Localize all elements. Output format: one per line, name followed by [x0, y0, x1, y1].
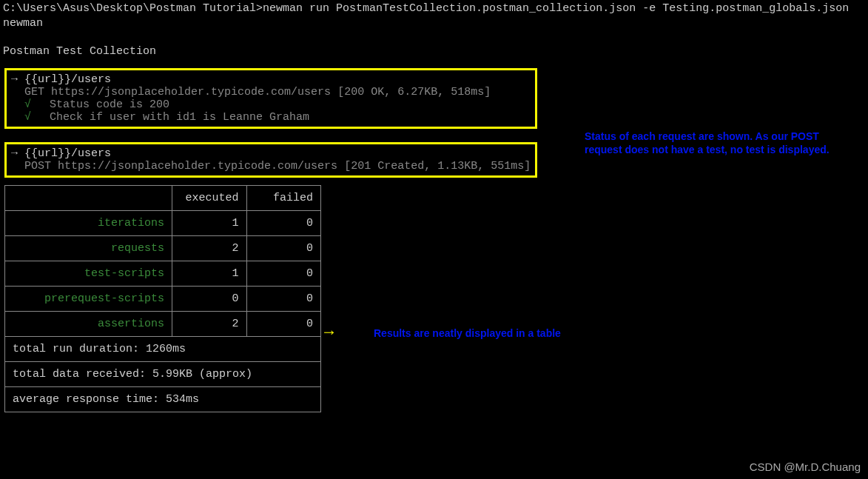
row-label: iterations [5, 211, 172, 236]
request-block-post: → {{url}}/users POST https://jsonplaceho… [4, 142, 537, 178]
footer-data: total data received: 5.99KB (approx) [5, 362, 321, 387]
footer-duration: total run duration: 1260ms [5, 337, 321, 362]
table-footer-row: total run duration: 1260ms [5, 337, 321, 362]
watermark: CSDN @Mr.D.Chuang [750, 460, 861, 473]
command-line: C:\Users\Asus\Desktop\Postman Tutorial>n… [0, 0, 868, 16]
table-row: assertions 2 0 [5, 312, 321, 337]
request-path: → {{url}}/users [11, 73, 531, 86]
row-label: prerequest-scripts [5, 287, 172, 312]
row-failed: 0 [246, 312, 320, 337]
row-executed: 2 [172, 236, 246, 261]
test-result-2: √ Check if user with id1 is Leanne Graha… [11, 111, 531, 124]
row-failed: 0 [246, 261, 320, 287]
row-executed: 1 [172, 211, 246, 236]
results-table: executed failed iterations 1 0 requests … [4, 185, 321, 412]
header-executed: executed [172, 186, 246, 211]
prompt-path: C:\Users\Asus\Desktop\Postman Tutorial> [3, 2, 263, 15]
table-row: prerequest-scripts 0 0 [5, 287, 321, 312]
annotation-status: Status of each request are shown. As our… [585, 130, 858, 156]
row-label: requests [5, 236, 172, 261]
request-detail: GET https://jsonplaceholder.typicode.com… [11, 86, 531, 98]
table-row: test-scripts 1 0 [5, 261, 321, 287]
row-label: assertions [5, 312, 172, 337]
row-executed: 2 [172, 312, 246, 337]
row-label: test-scripts [5, 261, 172, 287]
table-footer-row: total data received: 5.99KB (approx) [5, 362, 321, 387]
blank-header [5, 186, 172, 211]
test-result-1: √ Status code is 200 [11, 98, 531, 111]
row-executed: 0 [172, 287, 246, 312]
request-path: → {{url}}/users [11, 147, 531, 160]
table-footer-row: average response time: 534ms [5, 387, 321, 412]
table-row: iterations 1 0 [5, 211, 321, 236]
check-icon: √ [24, 111, 36, 124]
table-header-row: executed failed [5, 186, 321, 211]
command-text: newman run PostmanTestCollection.postman… [263, 2, 849, 15]
request-block-get: → {{url}}/users GET https://jsonplacehol… [4, 68, 537, 129]
row-failed: 0 [246, 287, 320, 312]
collection-title: Postman Test Collection [0, 31, 868, 65]
arrow-icon: → [324, 326, 334, 340]
row-executed: 1 [172, 261, 246, 287]
tool-name: newman [0, 16, 868, 31]
check-icon: √ [24, 98, 36, 111]
header-failed: failed [246, 186, 320, 211]
annotation-table: Results are neatly displayed in a table [374, 326, 561, 340]
table-row: requests 2 0 [5, 236, 321, 261]
row-failed: 0 [246, 211, 320, 236]
footer-avg: average response time: 534ms [5, 387, 321, 412]
terminal-output: C:\Users\Asus\Desktop\Postman Tutorial>n… [0, 0, 868, 412]
request-detail: POST https://jsonplaceholder.typicode.co… [11, 160, 531, 172]
row-failed: 0 [246, 236, 320, 261]
